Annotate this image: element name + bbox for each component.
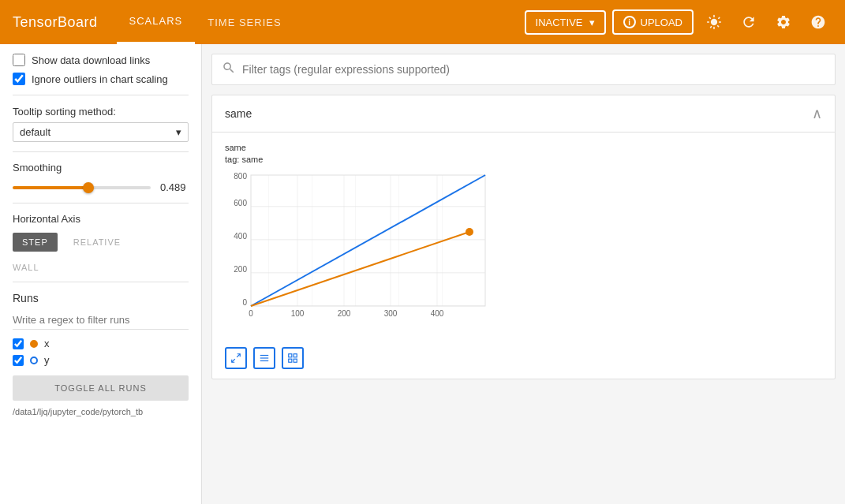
run-item-y: y [13, 354, 189, 366]
run-y-checkbox[interactable] [13, 355, 24, 366]
svg-text:0: 0 [242, 298, 247, 307]
filter-bar [211, 54, 836, 85]
divider-2 [13, 151, 189, 152]
tooltip-sort-row: Tooltip sorting method: [13, 105, 189, 119]
nav-time-series[interactable]: TIME SERIES [195, 0, 294, 44]
smoothing-value: 0.489 [160, 181, 189, 193]
fit-view-button[interactable] [225, 347, 247, 369]
show-download-row: Show data download links [13, 54, 189, 66]
smoothing-thumb[interactable] [83, 182, 94, 193]
svg-text:400: 400 [431, 309, 444, 318]
dropdown-arrow-icon: ▾ [176, 126, 181, 138]
runs-section: Runs x y TOGGLE ALL RUNS /data1/ljq/jupy… [13, 292, 189, 416]
wall-label: WALL [13, 258, 189, 272]
ignore-outliers-label: Ignore outliers in chart scaling [32, 73, 168, 85]
svg-rect-28 [289, 359, 292, 362]
show-download-label: Show data download links [32, 54, 150, 66]
run-x-checkbox[interactable] [13, 338, 24, 349]
header-right: INACTIVE ▾ i UPLOAD [525, 8, 832, 36]
chart-svg: 0 200 400 600 800 [225, 173, 493, 338]
toggle-all-runs-button[interactable]: TOGGLE ALL RUNS [13, 375, 189, 401]
svg-text:600: 600 [234, 199, 247, 207]
chart-subtitle: same tag: same [225, 142, 822, 166]
divider-1 [13, 95, 189, 95]
zoom-view-button[interactable] [282, 347, 304, 369]
smoothing-slider-row: 0.489 [13, 181, 189, 193]
svg-line-22 [232, 359, 235, 362]
upload-button[interactable]: i UPLOAD [612, 9, 694, 35]
run-item-x: x [13, 338, 189, 349]
svg-point-15 [465, 228, 473, 236]
ignore-outliers-checkbox[interactable] [13, 73, 25, 85]
smoothing-slider[interactable] [13, 186, 151, 189]
chart-toolbar [225, 344, 822, 372]
chart-card: same ∧ same tag: same [211, 95, 836, 379]
svg-text:300: 300 [384, 309, 398, 318]
filter-tags-input[interactable] [242, 63, 825, 76]
chart-card-header: same ∧ [212, 95, 835, 133]
chevron-down-icon: ▾ [589, 17, 595, 28]
axis-buttons: STEP RELATIVE [13, 233, 189, 252]
help-icon[interactable] [804, 8, 832, 36]
svg-text:800: 800 [234, 173, 247, 181]
divider-3 [13, 203, 189, 203]
chart-content: same tag: same 0 200 400 [212, 133, 835, 379]
logo: TensorBoard [13, 14, 98, 31]
nav: SCALARS TIME SERIES [117, 0, 294, 44]
run-y-label: y [44, 354, 50, 366]
content: same ∧ same tag: same [202, 44, 845, 504]
chart-card-title: same [225, 107, 252, 120]
main-layout: Show data download links Ignore outliers… [0, 44, 845, 504]
smoothing-label: Smoothing [13, 162, 189, 174]
svg-rect-29 [294, 359, 297, 362]
refresh-icon[interactable] [735, 8, 763, 36]
tooltip-sort-dropdown[interactable]: default ▾ [13, 122, 189, 142]
path-text: /data1/ljq/jupyter_code/pytorch_tb [13, 407, 189, 416]
info-icon: i [623, 16, 636, 28]
horizontal-axis-section: Horizontal Axis STEP RELATIVE WALL [13, 213, 189, 272]
svg-line-21 [237, 354, 240, 357]
status-dropdown[interactable]: INACTIVE ▾ [525, 10, 606, 35]
filter-search-icon [222, 61, 236, 78]
run-y-dot [30, 357, 38, 364]
settings-icon[interactable] [769, 8, 798, 36]
collapse-icon[interactable]: ∧ [812, 105, 822, 122]
regex-filter-input[interactable] [13, 311, 189, 330]
smoothing-section: Smoothing 0.489 [13, 162, 189, 193]
svg-text:0: 0 [249, 309, 253, 318]
header: TensorBoard SCALARS TIME SERIES INACTIVE… [0, 0, 845, 44]
svg-text:200: 200 [338, 309, 351, 318]
brightness-icon[interactable] [700, 8, 728, 36]
run-x-dot [30, 340, 38, 348]
run-x-label: x [44, 338, 50, 349]
horizontal-axis-label: Horizontal Axis [13, 213, 189, 225]
svg-rect-26 [289, 354, 292, 357]
divider-4 [13, 282, 189, 282]
relative-button[interactable]: RELATIVE [64, 233, 130, 252]
step-button[interactable]: STEP [13, 233, 58, 252]
sidebar: Show data download links Ignore outliers… [0, 44, 202, 504]
svg-rect-27 [294, 354, 297, 357]
svg-text:400: 400 [234, 232, 247, 241]
runs-title: Runs [13, 292, 189, 304]
show-download-checkbox[interactable] [13, 54, 25, 66]
list-view-button[interactable] [253, 347, 275, 369]
ignore-outliers-row: Ignore outliers in chart scaling [13, 73, 189, 85]
svg-text:200: 200 [234, 265, 247, 274]
nav-scalars[interactable]: SCALARS [117, 0, 196, 44]
svg-text:100: 100 [291, 309, 305, 318]
tooltip-sort-label: Tooltip sorting method: [13, 105, 116, 119]
chart-container: 0 200 400 600 800 [225, 173, 822, 341]
